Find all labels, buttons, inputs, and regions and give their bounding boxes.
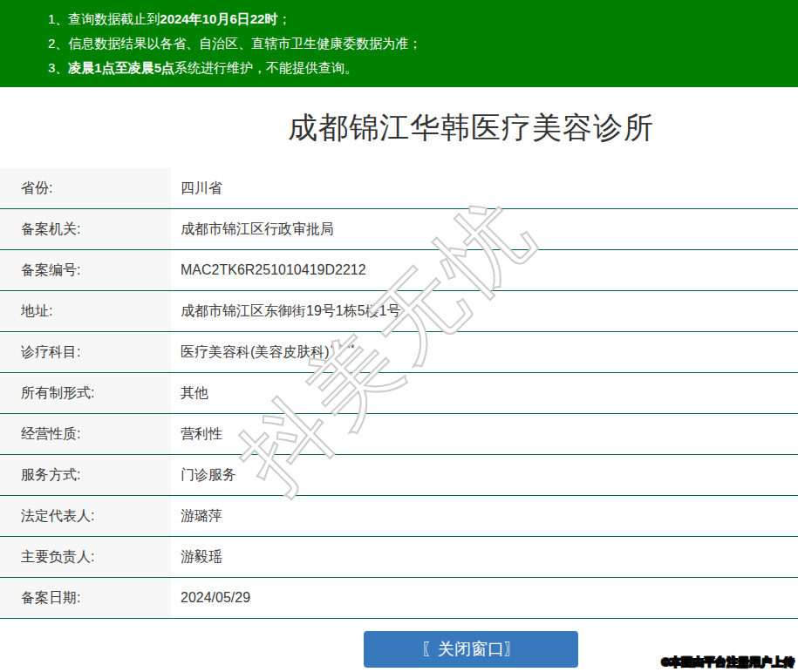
table-row-principal: 主要负责人: 游毅瑶 [0,537,798,578]
row-value: 门诊服务 [171,455,798,495]
page-container: 1、查询数据截止到2024年10月6日22时； 2、信息数据结果以各省、自治区、… [0,0,798,668]
row-value: 游璐萍 [171,496,798,536]
notice-line: 3、凌晨1点至凌晨5点系统进行维护，不能提供查询。 [48,56,798,80]
table-row-address: 地址: 成都市锦江区东御街19号1栋5楼1号 [0,291,798,332]
notice-line: 2、信息数据结果以各省、自治区、直辖市卫生健康委数据为准； [48,31,798,56]
notice-banner: 1、查询数据截止到2024年10月6日22时； 2、信息数据结果以各省、自治区、… [0,0,798,87]
upload-credit-stamp: ©本图由平台注册用户上传 [661,655,795,670]
close-window-button[interactable]: 〖关闭窗口〗 [364,631,578,668]
row-value: 成都市锦江区行政审批局 [171,209,798,249]
table-row-departments: 诊疗科目: 医疗美容科(美容皮肤科)****** [0,332,798,373]
table-row-record-number: 备案编号: MAC2TK6R251010419D2212 [0,250,798,291]
row-label: 备案编号: [0,250,171,290]
table-row-authority: 备案机关: 成都市锦江区行政审批局 [0,209,798,250]
row-label: 省份: [0,168,171,208]
row-value: MAC2TK6R251010419D2212 [171,250,798,290]
row-label: 所有制形式: [0,373,171,413]
table-row-business-nature: 经营性质: 营利性 [0,414,798,455]
row-value: 四川省 [171,168,798,208]
page-frame: 1、查询数据截止到2024年10月6日22时； 2、信息数据结果以各省、自治区、… [0,0,798,672]
row-label: 法定代表人: [0,496,171,536]
row-value: 营利性 [171,414,798,454]
row-label: 主要负责人: [0,537,171,577]
table-row-service-mode: 服务方式: 门诊服务 [0,455,798,496]
table-row-ownership: 所有制形式: 其他 [0,373,798,414]
row-label: 诊疗科目: [0,332,171,372]
row-label: 备案日期: [0,578,171,618]
row-value: 2024/05/29 [171,578,798,618]
notice-line: 1、查询数据截止到2024年10月6日22时； [48,7,798,31]
row-value: 其他 [171,373,798,413]
record-table: 省份: 四川省 备案机关: 成都市锦江区行政审批局 备案编号: MAC2TK6R… [0,168,798,619]
row-label: 经营性质: [0,414,171,454]
table-row-legal-representative: 法定代表人: 游璐萍 [0,496,798,537]
row-value: 医疗美容科(美容皮肤科)****** [171,332,798,372]
row-value: 游毅瑶 [171,537,798,577]
table-row-province: 省份: 四川省 [0,168,798,209]
table-row-record-date: 备案日期: 2024/05/29 [0,578,798,619]
row-label: 服务方式: [0,455,171,495]
row-label: 地址: [0,291,171,331]
title-wrap: 成都锦江华韩医疗美容诊所 [0,87,798,168]
clinic-title: 成都锦江华韩医疗美容诊所 [288,108,654,148]
row-label: 备案机关: [0,209,171,249]
row-value: 成都市锦江区东御街19号1栋5楼1号 [171,291,798,331]
